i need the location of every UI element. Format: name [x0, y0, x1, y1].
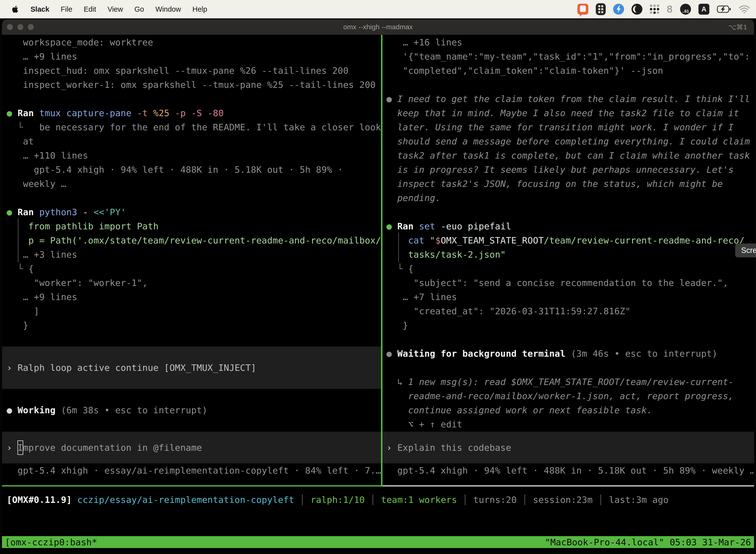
terminal-line: [382, 361, 754, 375]
terminal-line: inspect task2's JSON, focusing on the st…: [382, 177, 754, 191]
terminal-line: ⌥ + ↑ edit: [382, 417, 754, 431]
terminal-line: ● Working (6m 38s • esc to interrupt): [2, 403, 381, 417]
zoom-button[interactable]: [28, 24, 34, 30]
window-shortcut-hint: ⌥⌘1: [728, 23, 747, 31]
terminal-line: cat "$OMX_TEAM_STATE_ROOT/team/review-cu…: [382, 233, 754, 247]
terminal-line: [2, 346, 381, 361]
terminal-line: └ be necessary for the end of the README…: [2, 120, 381, 134]
terminal-line: [2, 389, 381, 403]
terminal-line: ● Ran python3 - <<'PY': [2, 205, 381, 219]
terminal-line: should send a message before completing …: [382, 134, 754, 149]
terminal-line: tasks/task-2.json": [382, 247, 754, 262]
terminal-content: workspace_mode: worktree … +9 lines insp…: [2, 35, 754, 552]
menubar-status-icons: 8 ..61 A: [577, 3, 756, 15]
tmux-status-bar: [omx-cczip0:bash* "MacBook-Pro-44.local"…: [2, 536, 754, 548]
terminal-line: task2 after task1 is complete, but can I…: [382, 149, 754, 163]
terminal-line: weekly …: [2, 177, 381, 191]
terminal-line: "completed","claim_token":"claim-token"}…: [382, 63, 754, 78]
terminal-line: continue assigned work or next feasible …: [382, 403, 754, 417]
tmux-pane-right[interactable]: … +16 lines '{"team_name":"my-team","tas…: [382, 35, 754, 485]
pane-border-bottom-left: [2, 485, 382, 487]
input-source-icon[interactable]: A: [698, 4, 709, 15]
tmux-pane-left[interactable]: workspace_mode: worktree … +9 lines insp…: [2, 35, 381, 485]
terminal-line: p = Path('.omx/state/team/review-current…: [2, 233, 381, 247]
terminal-line: … +9 lines: [2, 49, 381, 63]
terminal-line: }: [382, 318, 754, 332]
screenshot-tooltip: Scre: [735, 243, 756, 258]
terminal-line: … +16 lines: [382, 35, 754, 49]
menu-item-window[interactable]: Window: [150, 5, 187, 13]
menu-item-edit[interactable]: Edit: [78, 5, 102, 13]
terminal-line: › Ralph loop active continue [OMX_TMUX_I…: [2, 361, 381, 375]
terminal-line: readme-and-reco/mailbox/worker-1.json, a…: [382, 389, 754, 403]
terminal-line: later. Using the same for transition mig…: [382, 120, 754, 134]
terminal-line: └ {: [382, 262, 754, 276]
prompt-input[interactable]: › Improve documentation in @filename: [2, 432, 381, 463]
menu-item-file[interactable]: File: [55, 5, 78, 13]
prompt-input[interactable]: › Explain this codebase: [382, 432, 754, 463]
minimize-button[interactable]: [17, 24, 23, 30]
terminal-line: [382, 332, 754, 346]
bolt-circle-icon[interactable]: [613, 4, 624, 15]
terminal-line: inspect_hud: omx sparkshell --tmux-pane …: [2, 63, 381, 78]
window-title: omx --xhigh --madmax: [343, 23, 413, 31]
menu-item-view[interactable]: View: [102, 5, 129, 13]
terminal-line: ● I need to get the claim token from the…: [382, 92, 754, 106]
menu-left: SlackFileEditViewGoWindowHelp: [0, 5, 213, 13]
terminal-line: ↳ 1 new msg(s): read $OMX_TEAM_STATE_ROO…: [382, 375, 754, 389]
screenshot-tooltip-label: Scre: [741, 246, 756, 255]
close-button[interactable]: [7, 24, 13, 30]
terminal-line: "subject": "send a concise recommendatio…: [382, 276, 754, 290]
terminal-line: └ {: [2, 262, 381, 276]
terminal-line: workspace_mode: worktree: [2, 35, 381, 49]
terminal-line: [382, 205, 754, 219]
pane-status-line: gpt-5.4 xhigh · essay/ai-reimplementatio…: [2, 463, 381, 478]
tmux-host-clock: "MacBook-Pro-44.local" 05:03 31-Mar-26: [545, 535, 751, 549]
terminal-line: ● Ran set -euo pipefail: [382, 219, 754, 233]
terminal-line: "created_at": "2026-03-31T11:59:27.816Z": [382, 304, 754, 318]
pane-status-line: gpt-5.4 xhigh · 94% left · 488K in · 5.1…: [382, 463, 754, 478]
terminal-line: [2, 332, 381, 346]
omx-status-line: [OMX#0.11.9] cczip/essay/ai-reimplementa…: [2, 493, 754, 507]
terminal-line: [2, 92, 381, 106]
terminal-line: [382, 78, 754, 92]
dots-grid-icon[interactable]: [650, 4, 659, 14]
menu-items: SlackFileEditViewGoWindowHelp: [25, 5, 213, 13]
grid-shield-icon[interactable]: [596, 3, 606, 15]
terminal-line: [2, 191, 381, 205]
moon-circle-icon[interactable]: [631, 4, 642, 15]
apple-menu-icon[interactable]: [12, 5, 18, 13]
terminal-line: [2, 375, 381, 389]
terminal-line: … +110 lines: [2, 149, 381, 163]
terminal-window: omx --xhigh --madmax ⌥⌘1 workspace_mode:…: [2, 19, 754, 552]
terminal-line: gpt-5.4 xhigh · 94% left · 488K in · 5.1…: [2, 163, 381, 177]
battery-gauge-icon[interactable]: ..61: [680, 4, 691, 15]
terminal-line: from pathlib import Path: [2, 219, 381, 233]
terminal-line: }: [2, 318, 381, 332]
terminal-line: ]: [2, 304, 381, 318]
terminal-line: pending.: [382, 191, 754, 205]
pane-border-bottom-right: [382, 485, 754, 487]
terminal-line: ● Ran tmux capture-pane -t %25 -p -S -80: [2, 106, 381, 120]
terminal-line: … +7 lines: [382, 290, 754, 304]
battery-icon[interactable]: [717, 5, 731, 13]
terminal-line: at: [2, 134, 381, 149]
terminal-line: ● Waiting for background terminal (3m 46…: [382, 346, 754, 361]
terminal-line: '{"team_name":"my-team","task_id":"1","f…: [382, 49, 754, 63]
tmux-session-label: [omx-cczip0:bash*: [5, 535, 97, 549]
menu-item-go[interactable]: Go: [129, 5, 150, 13]
terminal-line: [2, 417, 381, 431]
menu-item-help[interactable]: Help: [187, 5, 213, 13]
figure-eight-icon[interactable]: 8: [667, 4, 673, 15]
terminal-line: … +3 lines: [2, 247, 381, 262]
menu-item-slack[interactable]: Slack: [25, 5, 55, 13]
terminal-line: … +9 lines: [2, 290, 381, 304]
window-title-bar: omx --xhigh --madmax ⌥⌘1: [2, 19, 754, 35]
macos-menu-bar: SlackFileEditViewGoWindowHelp 8 ..61 A: [0, 0, 756, 18]
screenshot-chat-icon[interactable]: [577, 4, 588, 15]
terminal-line: keep that in mind. Maybe I also need the…: [382, 106, 754, 120]
terminal-line: is in progress? It seems likely but perh…: [382, 163, 754, 177]
terminal-line: inspect_worker-1: omx sparkshell --tmux-…: [2, 78, 381, 92]
wifi-icon[interactable]: [739, 5, 750, 13]
terminal-line: "worker": "worker-1",: [2, 276, 381, 290]
